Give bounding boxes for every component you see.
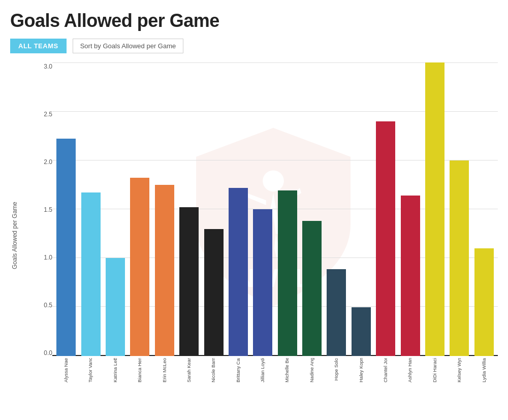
bar-group <box>398 62 422 356</box>
x-label: Hope Solo <box>325 358 348 380</box>
bar[interactable] <box>81 192 101 356</box>
bar-group <box>202 62 225 356</box>
x-label: Katrina LeBlanc <box>104 358 127 382</box>
bar-group <box>448 62 471 356</box>
bar-group <box>153 62 176 356</box>
bar-group <box>251 62 274 356</box>
x-label: Sarah Keane <box>177 358 201 382</box>
x-label: Lydia Williams <box>472 358 496 382</box>
x-label: Nadine Angerer <box>300 358 324 382</box>
bar[interactable] <box>229 188 248 356</box>
bar-group <box>325 62 348 356</box>
x-label: DiDi Haracic <box>423 358 447 382</box>
all-teams-button[interactable]: ALL TEAMS <box>10 39 67 53</box>
bar-group <box>350 62 373 356</box>
bar[interactable] <box>56 139 76 356</box>
bar-group <box>374 62 397 356</box>
bar-group <box>472 62 496 356</box>
bar[interactable] <box>106 258 125 356</box>
x-label: Jillian Loyden <box>251 358 274 382</box>
chart-inner: Goals Allowed per Game 3.02.52.01.51.00.… <box>10 62 498 382</box>
bar-group <box>227 62 250 356</box>
bar-group <box>104 62 127 356</box>
bar[interactable] <box>450 160 469 356</box>
y-axis-label: Goals Allowed per Game <box>10 62 19 382</box>
x-label: Chantel Jones <box>374 358 397 382</box>
y-tick: 1.5 <box>44 207 52 213</box>
bar[interactable] <box>425 62 444 356</box>
x-label: Ashlyn Harris <box>398 358 422 382</box>
x-label: Haley Kopmeyer <box>350 358 373 382</box>
bar[interactable] <box>352 307 371 356</box>
x-label: Nicole Barnhart <box>202 358 225 382</box>
y-axis: 3.02.52.01.51.00.50.0 <box>19 62 52 382</box>
bar[interactable] <box>130 178 149 356</box>
bar-group <box>423 62 447 356</box>
x-label: Brittany Cameron <box>227 358 250 382</box>
bar[interactable] <box>401 196 420 356</box>
bar[interactable] <box>474 248 494 356</box>
x-label: Taylor Vancil <box>79 358 102 382</box>
y-tick: 2.5 <box>44 111 52 117</box>
x-label: Michelle Betos <box>276 358 299 382</box>
x-label: Erin McLeod <box>153 358 176 382</box>
y-tick: 1.0 <box>44 254 52 261</box>
bar-group <box>276 62 299 356</box>
bar[interactable] <box>376 121 395 356</box>
x-label: Alyssa Naeher <box>54 358 78 382</box>
bars-row <box>52 62 498 356</box>
bar-group <box>128 62 151 356</box>
bar[interactable] <box>302 221 322 356</box>
x-label: Kelsey Wys <box>448 358 471 382</box>
bar[interactable] <box>179 207 199 356</box>
bar-group <box>300 62 324 356</box>
bars-area: Alyssa NaeherTaylor VancilKatrina LeBlan… <box>52 62 498 382</box>
controls-bar: ALL TEAMS Sort by Goals Allowed per Game <box>10 39 498 53</box>
chart-container: NWSL ™ Goals Allowed per Game 3.02.52.01… <box>10 62 498 382</box>
bar[interactable] <box>278 190 297 356</box>
bar[interactable] <box>155 185 174 356</box>
bar[interactable] <box>253 209 272 356</box>
x-labels: Alyssa NaeherTaylor VancilKatrina LeBlan… <box>52 356 498 382</box>
bar[interactable] <box>204 229 224 356</box>
y-tick: 2.0 <box>44 159 52 165</box>
y-tick: 3.0 <box>44 63 52 70</box>
bar-group <box>54 62 78 356</box>
y-tick: 0.5 <box>44 302 52 308</box>
x-label: Bianca Henninger <box>128 358 151 382</box>
bar-group <box>79 62 102 356</box>
y-tick: 0.0 <box>44 350 52 356</box>
bar-group <box>177 62 201 356</box>
sort-button[interactable]: Sort by Goals Allowed per Game <box>73 39 184 53</box>
page-title: Goals Allowed per Game <box>10 10 498 31</box>
bar[interactable] <box>327 269 346 356</box>
